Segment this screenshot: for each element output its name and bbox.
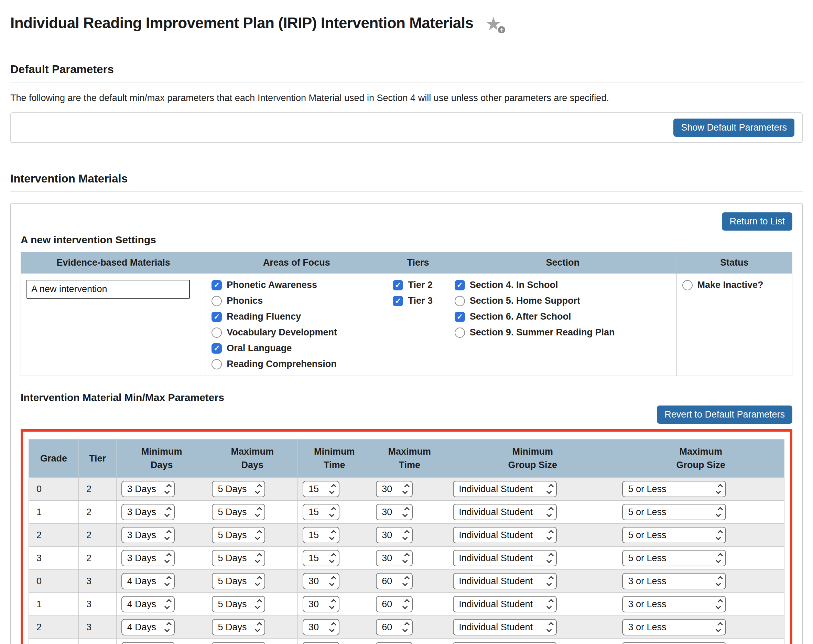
material-name-input[interactable] (26, 280, 190, 298)
min-group-size-select[interactable]: Individual Student (453, 573, 557, 589)
areas-of-focus-cell: Phonetic Awareness Phonics R (206, 274, 387, 376)
area-of-focus-option[interactable]: Vocabulary Development (212, 327, 381, 338)
select-value: 5 or Less (628, 530, 666, 541)
max-days-select[interactable]: 5 Days (212, 573, 265, 589)
tier-option[interactable]: Tier 2 (393, 280, 443, 291)
max-days-select[interactable]: 5 Days (212, 481, 265, 497)
max-group-size-select[interactable]: 5 or Less (622, 481, 726, 497)
min-time-select[interactable]: 30 (303, 596, 339, 612)
min-time-select[interactable]: 30 (303, 642, 339, 644)
min-time-select[interactable]: 15 (303, 527, 339, 543)
favorite-star-button[interactable]: ★ + (485, 14, 505, 34)
min-group-size-select[interactable]: Individual Student (453, 550, 557, 566)
min-group-size-select[interactable]: Individual Student (453, 642, 557, 644)
checkbox-icon[interactable] (212, 280, 222, 291)
section-option[interactable]: Section 9. Summer Reading Plan (455, 327, 671, 338)
min-group-size-select[interactable]: Individual Student (453, 596, 557, 612)
tier-cell: 2 (79, 501, 117, 524)
min-days-select[interactable]: 3 Days (121, 481, 175, 497)
min-time-select[interactable]: 15 (303, 504, 339, 520)
make-inactive-option[interactable]: Make Inactive? (682, 280, 787, 291)
min-days-select[interactable]: 3 Days (121, 504, 175, 520)
min-time-select[interactable]: 15 (303, 550, 339, 566)
checkbox-icon[interactable] (455, 280, 465, 291)
max-group-size-select[interactable]: 3 or Less (622, 596, 726, 612)
checkbox-icon[interactable] (212, 327, 222, 338)
select-value: 30 (308, 599, 319, 610)
min-time-select[interactable]: 15 (303, 481, 339, 497)
select-value: 4 Days (127, 622, 156, 633)
max-time-select[interactable]: 60 (376, 642, 413, 644)
select-value: 30 (382, 553, 392, 564)
select-value: 3 Days (127, 484, 156, 494)
max-group-size-select[interactable]: 5 or Less (622, 550, 726, 566)
max-time-select[interactable]: 30 (376, 481, 413, 497)
min-group-size-select[interactable]: Individual Student (453, 527, 557, 543)
min-time-cell: 15 (298, 524, 371, 547)
max-days-select[interactable]: 5 Days (212, 596, 265, 612)
min-group-size-select[interactable]: Individual Student (453, 619, 557, 635)
select-value: 3 Days (127, 530, 156, 541)
min-days-select[interactable]: 4 Days (121, 642, 175, 644)
max-time-select[interactable]: 60 (376, 596, 413, 612)
max-days-select[interactable]: 5 Days (212, 619, 265, 635)
max-time-select[interactable]: 30 (376, 550, 413, 566)
min-time-cell: 15 (298, 501, 371, 524)
section-option[interactable]: Section 5. Home Support (455, 295, 671, 306)
select-stepper-icon (404, 507, 408, 517)
select-stepper-icon (166, 484, 170, 494)
max-time-select[interactable]: 60 (376, 573, 413, 589)
max-time-select[interactable]: 60 (376, 619, 413, 635)
min-days-select[interactable]: 3 Days (121, 527, 175, 543)
min-group-size-select[interactable]: Individual Student (453, 504, 557, 520)
return-to-list-button[interactable]: Return to List (722, 213, 792, 231)
checkbox-icon[interactable] (393, 280, 403, 291)
col-section: Section (449, 252, 676, 274)
select-stepper-icon (331, 507, 334, 517)
checkbox-icon[interactable] (212, 359, 222, 369)
max-days-select[interactable]: 5 Days (212, 642, 265, 644)
max-group-size-select[interactable]: 3 or Less (622, 573, 726, 589)
checkbox-icon[interactable] (212, 296, 222, 306)
section-option[interactable]: Section 4. In School (455, 280, 671, 291)
min-days-select[interactable]: 3 Days (121, 550, 175, 566)
min-group-cell: Individual Student (448, 639, 617, 644)
checkbox-icon[interactable] (212, 312, 222, 322)
min-time-select[interactable]: 30 (303, 619, 339, 635)
max-group-size-select[interactable]: 5 or Less (622, 527, 726, 543)
tier-option[interactable]: Tier 3 (393, 295, 443, 306)
select-stepper-icon (166, 553, 170, 563)
select-value: 5 Days (218, 576, 247, 587)
checkbox-icon[interactable] (212, 343, 222, 353)
area-of-focus-option[interactable]: Phonetic Awareness (212, 280, 381, 291)
checkbox-label: Section 5. Home Support (470, 295, 580, 306)
checkbox-icon[interactable] (455, 312, 465, 322)
checkbox-icon[interactable] (682, 280, 693, 291)
max-group-size-select[interactable]: 5 or Less (622, 504, 726, 520)
max-days-select[interactable]: 5 Days (212, 527, 265, 543)
max-days-select[interactable]: 5 Days (212, 504, 265, 520)
tiers-cell: Tier 2 Tier 3 (387, 274, 449, 376)
max-time-select[interactable]: 30 (376, 504, 413, 520)
area-of-focus-option[interactable]: Oral Language (212, 343, 381, 353)
min-time-select[interactable]: 30 (303, 573, 339, 589)
checkbox-label: Reading Comprehension (227, 359, 337, 369)
area-of-focus-option[interactable]: Phonics (212, 295, 381, 306)
checkbox-icon[interactable] (455, 327, 465, 338)
checkbox-icon[interactable] (455, 296, 465, 306)
max-time-select[interactable]: 30 (376, 527, 413, 543)
checkbox-icon[interactable] (393, 296, 403, 306)
min-group-size-select[interactable]: Individual Student (453, 481, 557, 497)
min-days-select[interactable]: 4 Days (121, 596, 175, 612)
show-default-parameters-button[interactable]: Show Default Parameters (673, 119, 795, 137)
max-group-size-select[interactable]: 3 or Less (622, 642, 726, 644)
area-of-focus-option[interactable]: Reading Fluency (212, 311, 381, 322)
select-stepper-icon (717, 623, 721, 632)
section-option[interactable]: Section 6. After School (455, 311, 671, 322)
max-days-select[interactable]: 5 Days (212, 550, 265, 566)
area-of-focus-option[interactable]: Reading Comprehension (212, 359, 381, 369)
max-group-size-select[interactable]: 3 or Less (622, 619, 726, 635)
min-days-select[interactable]: 4 Days (121, 619, 175, 635)
min-days-select[interactable]: 4 Days (121, 573, 175, 589)
revert-to-default-parameters-button[interactable]: Revert to Default Parameters (657, 405, 792, 424)
